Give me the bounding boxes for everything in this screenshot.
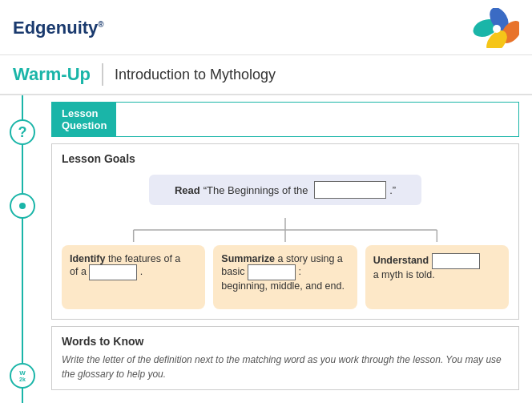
content-area: Lesson Question Lesson Goals Read “The B… [45, 95, 532, 403]
goal-box-summarize: Summarize a story using a basic : beginn… [213, 245, 357, 309]
words-to-know-panel: Words to Know Write the letter of the de… [51, 326, 519, 390]
lesson-goals-heading: Lesson Goals [62, 152, 509, 165]
logo-text: Edgenuity® [13, 18, 104, 38]
read-quote-end: .” [389, 184, 396, 196]
read-bold: Read [175, 184, 200, 196]
svg-point-4 [493, 25, 501, 33]
warmup-title: Introduction to Mythology [115, 66, 276, 83]
connector-lines [62, 218, 509, 242]
warmup-bar: Warm-Up Introduction to Mythology [0, 55, 532, 95]
lesson-goals-panel: Lesson Goals Read “The Beginnings of the… [51, 143, 519, 320]
words-to-know-heading: Words to Know [62, 335, 509, 348]
read-box: Read “The Beginnings of the .” [149, 175, 421, 205]
understand-fill-box[interactable] [432, 253, 480, 269]
understand-bold: Understand [373, 255, 429, 266]
summarize-bold: Summarize [221, 253, 275, 264]
summarize-fill-box[interactable] [248, 264, 296, 280]
header: Edgenuity® [0, 0, 532, 55]
identify-text1: the features of a [108, 253, 180, 264]
goals-row: Identify the features of a of a . Summar… [62, 245, 509, 309]
lesson-question-panel: Lesson Question [51, 102, 519, 137]
question-icon: ? [10, 119, 35, 145]
w2k-icon: W 2k [10, 363, 35, 389]
warmup-divider [102, 63, 103, 86]
lesson-question-tab: Lesson Question [52, 103, 116, 136]
goal-box-understand: Understand a myth is told. [365, 245, 509, 309]
understand-text2: a myth is told. [373, 269, 435, 280]
identify-fill-box[interactable] [89, 264, 137, 280]
logo: Edgenuity® [13, 18, 104, 38]
identify-bold: Identify [70, 253, 105, 264]
pinwheel-icon [471, 8, 519, 48]
identify-text3: . [140, 266, 143, 277]
circle-dot-icon [10, 193, 35, 219]
identify-text2: of a [70, 266, 89, 277]
goal-box-identify: Identify the features of a of a . [62, 245, 205, 309]
words-to-know-description: Write the letter of the definition next … [62, 353, 509, 381]
sidebar: ? W 2k [0, 95, 45, 403]
main-content: ? W 2k Lesson Question Lesson Goals Read… [0, 95, 532, 403]
read-fill-box[interactable] [314, 181, 386, 199]
warmup-label: Warm-Up [13, 64, 91, 85]
read-quote-start: “The Beginnings of the [204, 184, 311, 196]
